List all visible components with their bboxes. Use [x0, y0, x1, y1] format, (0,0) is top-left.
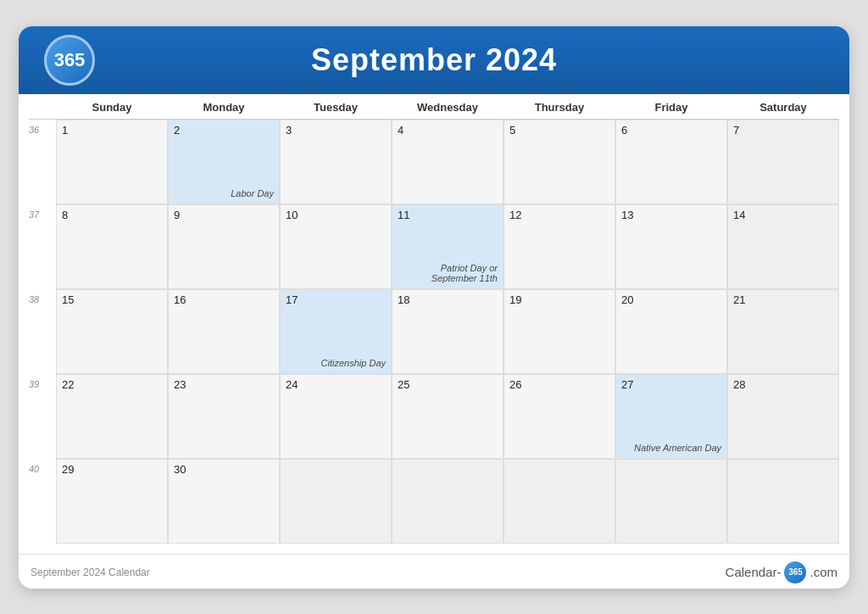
holiday-label: Native American Day	[634, 443, 721, 453]
day-header-wednesday: Wednesday	[392, 99, 504, 115]
date-number: 1	[62, 124, 162, 137]
day-header-monday: Monday	[168, 99, 280, 115]
date-number: 17	[286, 293, 386, 306]
calendar-day[interactable]: 2Labor Day	[168, 120, 280, 204]
calendar-day[interactable]: 5	[504, 120, 615, 204]
calendar-header: 365 September 2024	[19, 26, 849, 94]
calendar-body: Sunday Monday Tuesday Wednesday Thursday…	[19, 94, 849, 554]
date-number: 7	[733, 124, 833, 137]
date-number: 10	[286, 209, 386, 221]
week-num-header	[29, 99, 56, 115]
calendar-day[interactable]: 13	[615, 204, 727, 289]
holiday-label: Patriot Day or September 11th	[392, 263, 498, 283]
date-number: 5	[509, 124, 609, 137]
day-header-sunday: Sunday	[56, 99, 168, 115]
calendar-day[interactable]: 15	[56, 289, 168, 374]
date-number: 6	[621, 124, 721, 137]
week-number: 39	[29, 374, 56, 459]
calendar-day[interactable]: 10	[280, 204, 392, 289]
date-number: 21	[733, 293, 833, 306]
day-header-saturday: Saturday	[727, 99, 839, 115]
calendar-day[interactable]: 20	[615, 289, 727, 374]
date-number: 11	[398, 209, 498, 221]
calendar-title: September 2024	[112, 42, 756, 78]
calendar-day[interactable]: 17Citizenship Day	[280, 289, 392, 374]
holiday-label: Citizenship Day	[321, 358, 386, 368]
date-number: 16	[174, 293, 274, 306]
day-header-friday: Friday	[615, 99, 727, 115]
date-number: 13	[621, 209, 721, 221]
date-number: 22	[62, 378, 162, 391]
date-number: 8	[62, 209, 162, 221]
calendar-grid: 3612Labor Day3456737891011Patriot Day or…	[29, 120, 839, 544]
calendar-day[interactable]	[615, 459, 727, 544]
calendar-day[interactable]: 16	[168, 289, 280, 374]
day-header-tuesday: Tuesday	[280, 99, 392, 115]
date-number: 18	[398, 293, 498, 306]
date-number: 25	[398, 378, 498, 391]
calendar-day[interactable]: 23	[168, 374, 280, 459]
calendar-day[interactable]: 3	[280, 120, 392, 204]
date-number: 27	[621, 378, 721, 391]
day-headers-row: Sunday Monday Tuesday Wednesday Thursday…	[29, 94, 839, 120]
calendar-day[interactable]	[727, 459, 839, 544]
logo-badge: 365	[44, 35, 95, 86]
footer-brand-suffix: .com	[810, 565, 837, 579]
calendar-day[interactable]: 12	[504, 204, 615, 289]
calendar-day[interactable]: 18	[392, 289, 504, 374]
footer-label: September 2024 Calendar	[31, 567, 150, 578]
date-number: 14	[733, 209, 833, 221]
holiday-label: Labor Day	[231, 188, 274, 198]
calendar-day[interactable]: 1	[56, 120, 168, 204]
date-number: 15	[62, 293, 162, 306]
calendar-day[interactable]: 6	[615, 120, 727, 204]
calendar-day[interactable]: 7	[727, 120, 839, 204]
calendar-day[interactable]: 30	[168, 459, 280, 544]
calendar-day[interactable]: 19	[504, 289, 615, 374]
calendar-day[interactable]: 25	[392, 374, 504, 459]
date-number: 24	[286, 378, 386, 391]
calendar-day[interactable]	[280, 459, 392, 544]
calendar-day[interactable]	[392, 459, 504, 544]
calendar-footer: September 2024 Calendar Calendar- 365 .c…	[19, 554, 849, 589]
date-number: 29	[62, 463, 162, 476]
date-number: 20	[621, 293, 721, 306]
calendar-day[interactable]: 26	[504, 374, 615, 459]
calendar-day[interactable]: 9	[168, 204, 280, 289]
date-number: 4	[398, 124, 498, 137]
week-number: 36	[29, 120, 56, 204]
calendar-day[interactable]: 29	[56, 459, 168, 544]
calendar-day[interactable]: 4	[392, 120, 504, 204]
calendar-day[interactable]	[504, 459, 615, 544]
footer-brand: Calendar- 365 .com	[726, 561, 837, 583]
date-number: 19	[509, 293, 609, 306]
date-number: 3	[286, 124, 386, 137]
calendar-day[interactable]: 27Native American Day	[615, 374, 727, 459]
calendar-day[interactable]: 24	[280, 374, 392, 459]
date-number: 2	[174, 124, 274, 137]
calendar-day[interactable]: 28	[727, 374, 839, 459]
calendar-day[interactable]: 11Patriot Day or September 11th	[392, 204, 504, 289]
date-number: 26	[509, 378, 609, 391]
week-number: 37	[29, 204, 56, 289]
footer-brand-badge: 365	[784, 561, 806, 583]
date-number: 30	[174, 463, 274, 476]
date-number: 9	[174, 209, 274, 221]
date-number: 23	[174, 378, 274, 391]
calendar-container: 365 September 2024 Sunday Monday Tuesday…	[19, 26, 849, 589]
date-number: 12	[509, 209, 609, 221]
week-number: 40	[29, 459, 56, 544]
footer-brand-text: Calendar-	[726, 565, 782, 579]
day-header-thursday: Thursday	[504, 99, 615, 115]
calendar-day[interactable]: 22	[56, 374, 168, 459]
date-number: 28	[733, 378, 833, 391]
calendar-day[interactable]: 14	[727, 204, 839, 289]
calendar-day[interactable]: 8	[56, 204, 168, 289]
calendar-day[interactable]: 21	[727, 289, 839, 374]
week-number: 38	[29, 289, 56, 374]
